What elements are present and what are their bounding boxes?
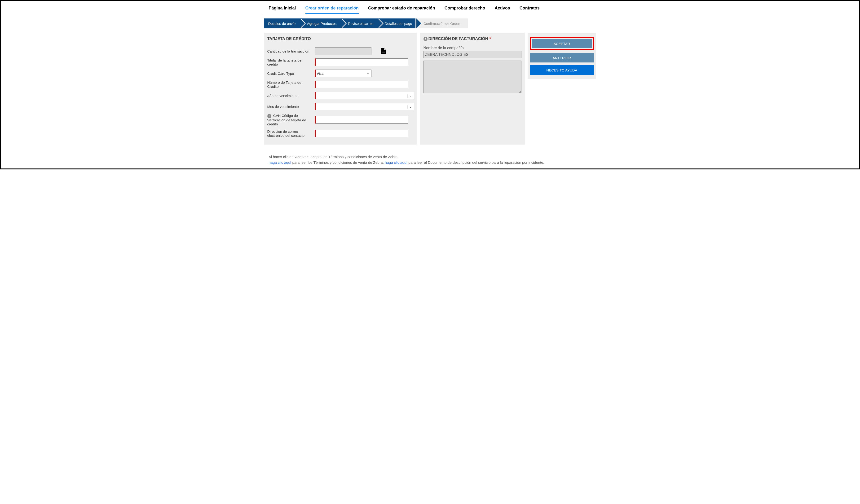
- card-number-input[interactable]: [315, 81, 408, 88]
- previous-button[interactable]: ANTERIOR: [530, 53, 594, 62]
- top-nav: Página inicial Crear orden de reparación…: [262, 4, 598, 14]
- nav-comprobar-derecho[interactable]: Comprobar derecho: [445, 6, 485, 14]
- cvn-label: CVN Código de Verificación de tarjeta de…: [267, 114, 306, 126]
- service-doc-link[interactable]: haga clic aquí: [385, 160, 407, 164]
- card-type-select[interactable]: [315, 70, 371, 77]
- nav-comprobar-estado[interactable]: Comprobar estado de reparación: [368, 6, 435, 14]
- footer-line1: Al hacer clic en 'Aceptar', acepta los T…: [269, 155, 399, 159]
- nav-contratos[interactable]: Contratos: [519, 6, 540, 14]
- info-icon[interactable]: i: [267, 114, 271, 118]
- nav-pagina-inicial[interactable]: Página inicial: [269, 6, 296, 14]
- amount-label: Cantidad de la transacción: [267, 49, 315, 53]
- amount-input[interactable]: [315, 47, 371, 55]
- credit-card-panel: TARJETA DE CRÉDITO Cantidad de la transa…: [264, 33, 417, 145]
- billing-panel: i DIRECCIÓN DE FACTURACIÓN * Nombre de l…: [420, 33, 525, 145]
- document-icon[interactable]: [381, 48, 386, 54]
- info-icon[interactable]: i: [424, 37, 428, 41]
- step-detalles-envio[interactable]: Detalles de envío: [264, 18, 300, 28]
- card-type-label: Credit Card Type: [267, 71, 315, 75]
- exp-month-select[interactable]: [315, 103, 414, 110]
- required-star: *: [489, 37, 491, 41]
- step-confirmacion: Confirmación de Orden: [415, 18, 468, 28]
- exp-year-select[interactable]: [315, 92, 414, 99]
- holder-label: Titular de la tarjeta de crédito: [267, 58, 315, 66]
- exp-year-label: Año de vencimiento: [267, 94, 315, 98]
- email-input[interactable]: [315, 130, 408, 137]
- nav-activos[interactable]: Activos: [495, 6, 510, 14]
- card-number-label: Número de Tarjeta de Crédito: [267, 81, 315, 88]
- terms-link[interactable]: haga clic aquí: [269, 160, 291, 164]
- email-label: Dirección de correo electrónico del cont…: [267, 129, 315, 138]
- footer-end2: para leer el Documento de descripción de…: [407, 160, 544, 164]
- accept-button[interactable]: ACEPTAR: [532, 39, 592, 48]
- exp-month-label: Mes de vencimiento: [267, 104, 315, 109]
- holder-input[interactable]: [315, 58, 408, 66]
- stepper: Detalles de envío Agregar Productos Revi…: [264, 18, 596, 28]
- accept-highlight-frame: ACEPTAR: [530, 37, 594, 50]
- footer-mid1: para leer los Términos y condiciones de …: [291, 160, 385, 164]
- actions-panel: ACEPTAR ANTERIOR NECESITO AYUDA: [528, 33, 596, 79]
- company-label: Nombre de la compañía: [424, 46, 521, 50]
- help-button[interactable]: NECESITO AYUDA: [530, 65, 594, 75]
- billing-address-textarea[interactable]: [424, 61, 521, 93]
- company-input[interactable]: [424, 51, 521, 58]
- billing-title: DIRECCIÓN DE FACTURACIÓN: [428, 37, 488, 41]
- credit-card-title: TARJETA DE CRÉDITO: [267, 37, 414, 44]
- nav-crear-orden[interactable]: Crear orden de reparación: [305, 6, 359, 14]
- footer-text: Al hacer clic en 'Aceptar', acepta los T…: [269, 154, 595, 166]
- cvn-input[interactable]: [315, 116, 408, 124]
